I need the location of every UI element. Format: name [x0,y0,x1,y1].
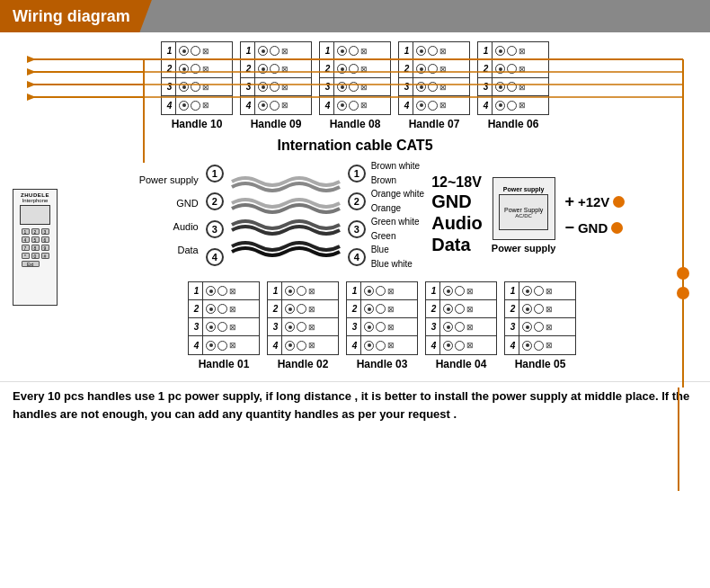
handle-box-09: 1⊠ 2⊠ 3⊠ 4⊠ [240,41,312,115]
connector-icon [217,322,227,332]
plus-row: + +12V [564,192,625,211]
handle-row: 3⊠ [320,78,390,96]
handle-row: 3⊠ [241,78,311,96]
handle-group-03: 1⊠ 2⊠ 3⊠ 4⊠ Handle 03 [346,281,418,370]
handle-row: 4 ⊠ [162,96,232,114]
connector-icon [191,101,200,111]
handle-box-01: 1⊠ 2⊠ 3⊠ 4⊠ [188,281,260,355]
connector-icon [534,286,544,296]
connector-icon [258,64,268,74]
handle-group-06: 1⊠ 2⊠ 3⊠ 4⊠ Handle 06 [477,41,549,130]
connector-r1: 1 [348,165,366,183]
connector-icon [507,101,517,111]
plus-voltage-label: +12V [578,194,609,209]
handle-row: 4⊠ [268,336,338,354]
handle-label-03: Handle 03 [357,358,408,370]
connector-icon [217,304,227,314]
handle-row: 2 ⊠ [162,60,232,78]
connector-icon [349,46,359,56]
connector-icon [376,304,386,314]
connector-icon [285,304,295,314]
connector-icon [191,82,200,92]
handle-row: 2⊠ [320,60,390,78]
connector-r2: 2 [348,192,366,210]
connector-icon [495,101,505,111]
connector-icon [416,101,426,111]
connector-icon [349,82,359,92]
connector-icon [285,286,295,296]
ps-inner-box: Power Supply AC/DC [499,194,548,230]
handle-row: 1⊠ [268,282,338,300]
handle-box-06: 1⊠ 2⊠ 3⊠ 4⊠ [477,41,549,115]
handle-row: 1⊠ [189,282,259,300]
connector-r4: 4 [348,248,366,266]
device-screen [20,205,50,225]
gnd-label: GND [139,192,202,215]
connector-icon [455,322,465,332]
connector-icon [495,46,505,56]
handle-box-05: 1⊠ 2⊠ 3⊠ 4⊠ [504,281,576,355]
connector-icon [522,341,532,351]
page: Wiring diagram [0,0,710,588]
connector-icon [349,64,359,74]
bottom-text: Every 10 pcs handles use 1 pc power supp… [0,381,710,428]
voltage-big-labels: 12~18V GND Audio Data [431,174,483,255]
connector-icon [495,64,505,74]
handle-row: 2⊠ [505,300,575,318]
handle-box-08: 1⊠ 2⊠ 3⊠ 4⊠ [319,41,391,115]
wire-color-blue: Blue [371,243,424,257]
device-sub: Interphone [22,198,49,203]
connector-icon [206,286,216,296]
handle-label-08: Handle 08 [330,118,381,130]
connector-icon [337,64,347,74]
handle-label-07: Handle 07 [409,118,460,130]
handle-row: 3⊠ [399,78,469,96]
wire-color-brown-white: Brown white [371,159,424,174]
connector-icon [507,82,517,92]
handle-row: 1⊠ [478,42,548,60]
connector-icon [270,101,280,111]
handle-row: 3⊠ [505,318,575,336]
wire-color-brown: Brown [371,174,424,188]
connector-icon [191,64,200,74]
handle-row: 4⊠ [320,96,390,114]
handle-row: 2⊠ [478,60,548,78]
connector-icon [179,46,189,56]
handle-group-05: 1⊠ 2⊠ 3⊠ 4⊠ Handle 05 [504,281,576,370]
handle-row: 1⊠ [426,282,496,300]
handle-group-10: 1 ⊠ 2 ⊠ [161,41,233,130]
connector-icon [297,322,306,332]
connector-icon [337,101,347,111]
handle-row: 1⊠ [505,282,575,300]
handle-row: 4⊠ [189,336,259,354]
connector-icon [285,322,295,332]
minus-row: − GND [564,218,625,237]
handle-label-02: Handle 02 [278,358,329,370]
gnd-voltage-label: GND [578,220,608,236]
ps-top-label: Power supply [503,186,545,192]
handle-label-06: Handle 06 [488,118,539,130]
connector-4: 4 [206,248,224,266]
connector-icon [258,46,268,56]
connector-icon [522,286,532,296]
plus-minus-section: + +12V − GND [564,192,625,237]
wire-color-green-white: Green white [371,215,424,229]
handle-label-01: Handle 01 [199,358,250,370]
handle-group-04: 1⊠ 2⊠ 3⊠ 4⊠ Handle 04 [425,281,497,370]
handle-box-03: 1⊠ 2⊠ 3⊠ 4⊠ [346,281,418,355]
connector-icon [416,82,426,92]
handle-box-02: 1⊠ 2⊠ 3⊠ 4⊠ [267,281,339,355]
handles-bottom-row: 1⊠ 2⊠ 3⊠ 4⊠ Handle 01 1⊠ 2⊠ 3⊠ 4⊠ Handle… [134,281,576,370]
cable-left-labels: Power supply GND Audio Data [139,168,202,262]
handle-row: 2⊠ [189,300,259,318]
power-supply-bottom-label: Power supply [492,243,556,254]
connector-icon [364,322,374,332]
header-title: Wiring diagram [13,7,130,26]
connector-icon [443,304,453,314]
connector-icon [376,286,386,296]
connector-icon [507,64,517,74]
connector-icon [270,46,280,56]
header-title-bg: Wiring diagram [0,0,152,32]
handle-row: 4⊠ [399,96,469,114]
connector-icon [217,286,227,296]
